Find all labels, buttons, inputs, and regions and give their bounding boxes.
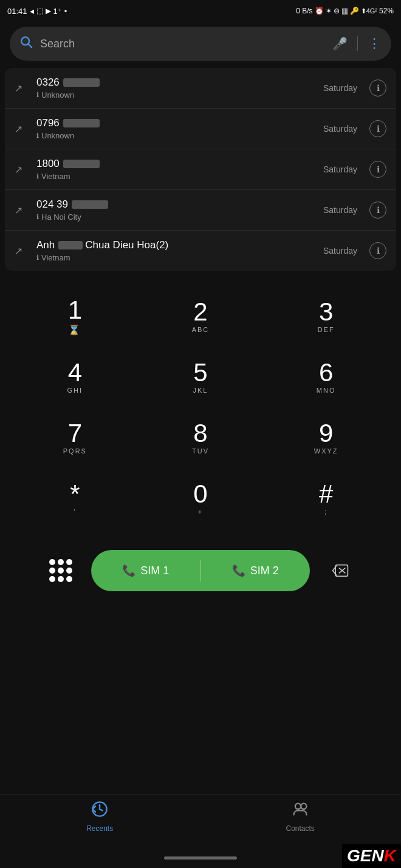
home-indicator — [164, 856, 237, 860]
dial-letters: ABC — [192, 326, 210, 333]
call-info: Anh Chua Dieu Hoa(2) ℹ Vietnam — [36, 239, 316, 262]
dial-key-1[interactable]: 1 ⌛ — [29, 289, 120, 344]
dial-key-8[interactable]: 8 TUV — [155, 410, 246, 465]
call-info: 0796 ℹ Unknown — [36, 117, 316, 140]
dial-num: * — [70, 481, 80, 507]
call-location: ℹ Ha Noi City — [36, 212, 316, 222]
info-button[interactable]: ℹ — [369, 242, 386, 259]
youtube-icon: ▶ — [46, 7, 51, 15]
svg-point-7 — [301, 804, 306, 809]
dial-key-0[interactable]: 0 + — [155, 471, 246, 526]
dialpad-row-1: 1 ⌛ 2 ABC 3 DEF — [12, 289, 389, 344]
call-location: ℹ Vietnam — [36, 172, 316, 181]
dial-letters: ⌛ — [68, 324, 81, 336]
contacts-label: Contacts — [286, 824, 314, 833]
calls-list: ↗ 0326 ℹ Unknown Saturday ℹ ↗ 0796 ℹ Unk… — [5, 68, 396, 271]
dial-num: 5 — [193, 360, 207, 385]
nav-contacts[interactable]: Contacts — [286, 801, 314, 833]
call-time: Saturday — [323, 124, 357, 134]
call-number: 0796 — [36, 117, 316, 129]
status-bar: 01:41 ◂ ⬚ ▶ 1⁺ • 0 B/s ⏰ ✶ ⊖ ▥ 🔑 ⬆4G² 52… — [0, 0, 401, 22]
dial-key-star[interactable]: * ' — [29, 471, 120, 526]
redacted-number — [58, 241, 83, 249]
call-location: ℹ Vietnam — [36, 253, 316, 262]
more-options-icon[interactable]: ⋮ — [368, 36, 382, 52]
info-small-icon: ℹ — [36, 172, 39, 180]
dial-letters: + — [198, 508, 203, 515]
dial-key-3[interactable]: 3 DEF — [281, 289, 372, 344]
info-button[interactable]: ℹ — [369, 80, 386, 97]
dial-num: 3 — [319, 299, 333, 325]
dial-key-6[interactable]: 6 MNO — [281, 350, 372, 404]
call-number: Anh Chua Dieu Hoa(2) — [36, 239, 316, 251]
call-number: 0326 — [36, 76, 316, 89]
dial-num: 8 — [193, 421, 207, 446]
dot: • — [64, 7, 67, 16]
call-item[interactable]: ↗ Anh Chua Dieu Hoa(2) ℹ Vietnam Saturda… — [5, 231, 396, 271]
nav-recents[interactable]: Recents — [86, 801, 113, 833]
call-item[interactable]: ↗ 1800 ℹ Vietnam Saturday ℹ — [5, 149, 396, 190]
dial-letters: TUV — [192, 447, 209, 455]
info-button[interactable]: ℹ — [369, 161, 386, 178]
dial-num: # — [319, 481, 333, 507]
outgoing-call-icon: ↗ — [15, 164, 29, 175]
signal-icon: 1⁺ — [53, 7, 62, 16]
call-item[interactable]: ↗ 024 39 ℹ Ha Noi City Saturday ℹ — [5, 190, 396, 231]
recents-label: Recents — [86, 824, 113, 833]
vpn-icon: 🔑 — [350, 7, 359, 15]
signal-4g: ⬆4G² — [361, 7, 377, 15]
search-bar[interactable]: Search 🎤 ⋮ — [10, 27, 391, 61]
outgoing-call-icon: ↗ — [15, 83, 29, 94]
dial-num: 6 — [319, 360, 333, 385]
call-number: 024 39 — [36, 198, 316, 211]
dial-letters: GHI — [67, 387, 83, 394]
dial-key-9[interactable]: 9 WXYZ — [281, 410, 372, 465]
info-button[interactable]: ℹ — [369, 202, 386, 219]
dialpad-row-3: 7 PQRS 8 TUV 9 WXYZ — [12, 410, 389, 465]
dial-num: 9 — [319, 421, 333, 446]
grid-button[interactable] — [43, 552, 79, 589]
dial-key-4[interactable]: 4 GHI — [29, 350, 120, 404]
screenshot-icon: ⬚ — [36, 7, 43, 15]
vibrate-icon: ▥ — [341, 7, 348, 15]
dial-num: 1 — [68, 297, 82, 323]
search-icon — [19, 35, 33, 52]
call-time: Saturday — [323, 83, 357, 93]
sim2-call-button[interactable]: 📞 SIM 2 — [201, 564, 310, 577]
info-small-icon: ℹ — [36, 254, 39, 262]
bottom-nav: Recents Contacts — [0, 794, 401, 838]
dialpad-row-2: 4 GHI 5 JKL 6 MNO — [12, 350, 389, 404]
phone-icon-sim1: 📞 — [122, 564, 135, 577]
dial-key-7[interactable]: 7 PQRS — [29, 410, 120, 465]
call-time: Saturday — [323, 246, 357, 256]
info-button[interactable]: ℹ — [369, 120, 386, 137]
sim1-call-button[interactable]: 📞 SIM 1 — [91, 564, 200, 577]
svg-line-1 — [28, 44, 32, 47]
dial-letters: WXYZ — [314, 447, 338, 455]
call-location: ℹ Unknown — [36, 90, 316, 100]
dial-key-hash[interactable]: # ; — [281, 471, 372, 526]
dial-key-2[interactable]: 2 ABC — [155, 289, 246, 344]
redacted-number — [63, 78, 100, 87]
call-time: Saturday — [323, 205, 357, 215]
call-info: 0326 ℹ Unknown — [36, 76, 316, 100]
status-right: 0 B/s ⏰ ✶ ⊖ ▥ 🔑 ⬆4G² 52% — [296, 7, 394, 15]
call-button[interactable]: 📞 SIM 1 📞 SIM 2 — [91, 550, 310, 591]
mic-icon[interactable]: 🎤 — [332, 36, 348, 51]
dial-letters: MNO — [317, 387, 336, 394]
info-small-icon: ℹ — [36, 91, 39, 99]
redacted-number — [63, 119, 100, 127]
delete-button[interactable] — [322, 552, 358, 589]
alarm-icon: ⏰ — [315, 7, 324, 15]
dial-num: 0 — [193, 481, 207, 507]
dial-letters: DEF — [318, 326, 335, 333]
dial-letters: JKL — [193, 387, 208, 394]
dialpad-row-4: * ' 0 + # ; — [12, 471, 389, 526]
sim2-label: SIM 2 — [250, 565, 279, 577]
info-small-icon: ℹ — [36, 213, 39, 221]
outgoing-call-icon: ↗ — [15, 123, 29, 135]
call-item[interactable]: ↗ 0326 ℹ Unknown Saturday ℹ — [5, 68, 396, 109]
dial-key-5[interactable]: 5 JKL — [155, 350, 246, 404]
call-item[interactable]: ↗ 0796 ℹ Unknown Saturday ℹ — [5, 109, 396, 149]
call-info: 1800 ℹ Vietnam — [36, 158, 316, 181]
